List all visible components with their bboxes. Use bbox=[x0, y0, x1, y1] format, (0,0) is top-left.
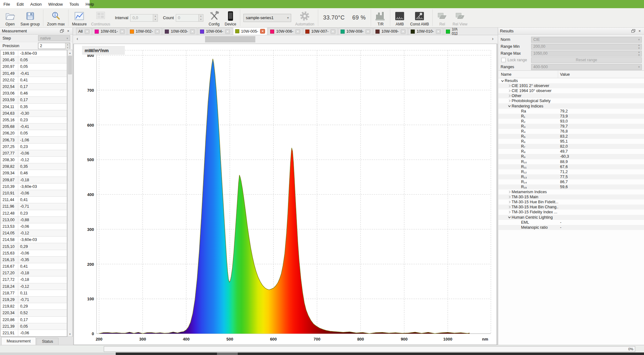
tab-10w-002[interactable]: 10W-002-× bbox=[128, 28, 162, 35]
tab-close-icon[interactable]: × bbox=[330, 29, 336, 34]
tree-row-r[interactable]: R₈49,7 bbox=[498, 149, 644, 154]
chevron-right-icon[interactable] bbox=[507, 94, 512, 97]
tab-10w-006[interactable]: 10W-006-× bbox=[268, 28, 303, 35]
chevron-down-icon[interactable] bbox=[500, 79, 505, 82]
scroll-right-icon[interactable]: › bbox=[490, 36, 495, 41]
tree-row-r[interactable]: R₃79,7 bbox=[498, 124, 644, 129]
measurement-row[interactable]: 201,49-0,41 bbox=[1, 70, 67, 77]
measurement-row[interactable]: 209,87-0,18 bbox=[1, 177, 67, 183]
tree-row-ra[interactable]: Ra79,2 bbox=[498, 109, 644, 114]
tree-row-metamerism-indices[interactable]: Metamerism Indices bbox=[498, 189, 644, 194]
measurement-row[interactable]: 216,670,41 bbox=[1, 263, 67, 270]
measurement-row[interactable]: 202,020,41 bbox=[1, 77, 67, 84]
zoom-max-button[interactable]: Zoom max bbox=[45, 8, 67, 27]
measurement-row[interactable]: 214,05-0,12 bbox=[1, 230, 67, 237]
spin-down-icon[interactable]: ▾ bbox=[199, 18, 203, 21]
name-column-header[interactable]: Name bbox=[498, 71, 558, 78]
measurement-row[interactable]: 203,060,46 bbox=[1, 90, 67, 97]
tab-10w-005[interactable]: 10W-005-× bbox=[233, 28, 268, 35]
measurement-row[interactable]: 214,58-3,60e-03 bbox=[1, 237, 67, 243]
measurement-row[interactable]: 218,24-0,12 bbox=[1, 283, 67, 290]
tab-10w-010[interactable]: 10W-010-× bbox=[408, 28, 443, 35]
chevron-down-icon[interactable] bbox=[507, 216, 512, 219]
measurement-row[interactable]: 211,440,41 bbox=[1, 197, 67, 203]
measurement-row[interactable]: 204,110,35 bbox=[1, 104, 67, 110]
tree-row-eml[interactable]: EML- bbox=[498, 220, 644, 225]
chevron-right-icon[interactable] bbox=[507, 99, 512, 102]
scroll-left-icon[interactable]: ‹ bbox=[75, 36, 80, 41]
spin-up-icon[interactable]: ▴ bbox=[65, 43, 70, 46]
tab-10w-009[interactable]: 10W-009-× bbox=[373, 28, 408, 35]
chevron-right-icon[interactable] bbox=[507, 89, 512, 92]
measurement-row[interactable]: 206,73-1,06 bbox=[1, 137, 67, 143]
tree-row-r[interactable]: R₄76,8 bbox=[498, 129, 644, 134]
measurement-row[interactable]: 208,30-0,12 bbox=[1, 157, 67, 163]
tab-close-icon[interactable]: × bbox=[295, 29, 300, 34]
measurement-row[interactable]: 202,540,17 bbox=[1, 84, 67, 90]
tab-close-icon[interactable]: × bbox=[260, 29, 265, 34]
measurement-row[interactable]: 205,160,23 bbox=[1, 117, 67, 123]
tab-status[interactable]: Status bbox=[36, 338, 58, 345]
measurement-row[interactable]: 210,39-3,60e-03 bbox=[1, 183, 67, 190]
close-panel-icon[interactable]: × bbox=[637, 29, 642, 33]
menu-action[interactable]: Action bbox=[30, 2, 42, 7]
measurement-row[interactable]: 203,590,17 bbox=[1, 97, 67, 103]
chevron-right-icon[interactable] bbox=[507, 210, 512, 214]
step-select[interactable]: native ▾ bbox=[38, 35, 70, 41]
tab-all[interactable]: All × bbox=[76, 28, 92, 35]
tree-row-tm-30-15-fidelity-index[interactable]: TM-30-15 Fidelity Index ... bbox=[498, 210, 644, 215]
measurement-row[interactable]: 200,970,05 bbox=[1, 63, 67, 70]
precision-spinner[interactable]: ▴ ▾ bbox=[65, 43, 70, 49]
spin-up-icon[interactable]: ▴ bbox=[199, 14, 203, 18]
measurement-row[interactable]: 217,20-0,18 bbox=[1, 270, 67, 276]
measurement-row[interactable]: 208,820,35 bbox=[1, 163, 67, 170]
series-combobox[interactable]: sample-series1 ▾ bbox=[243, 14, 291, 22]
measurement-row[interactable]: 207,77-0,06 bbox=[1, 150, 67, 157]
tree-row-melanopic-ratio[interactable]: Melanopic ratio- bbox=[498, 225, 644, 230]
spin-down-icon[interactable]: ▾ bbox=[65, 46, 70, 49]
measurement-row[interactable]: 213,00-0,88 bbox=[1, 217, 67, 223]
measurement-row[interactable]: 205,68-0,41 bbox=[1, 123, 67, 130]
scroll-thumb[interactable] bbox=[205, 36, 255, 42]
measurement-row[interactable]: 221,390,05 bbox=[1, 323, 67, 330]
amb-button[interactable]: AMB bbox=[391, 8, 408, 27]
scroll-down-icon[interactable]: ▼ bbox=[68, 331, 72, 336]
tree-row-r[interactable]: R₁73,9 bbox=[498, 114, 644, 119]
tree-row-results[interactable]: Results bbox=[498, 78, 644, 83]
tree-row-tm-30-15-hue-bin-fidelit[interactable]: TM-30-15 Hue Bin Fidelit... bbox=[498, 199, 644, 205]
tree-row-r[interactable]: R₁₁67,6 bbox=[498, 164, 644, 169]
measurement-row[interactable]: 220,860,17 bbox=[1, 317, 67, 323]
measurement-row[interactable]: 218,770,11 bbox=[1, 290, 67, 297]
tab-close-icon[interactable]: × bbox=[401, 29, 406, 34]
chevron-right-icon[interactable] bbox=[507, 195, 512, 199]
tree-row-cie-1931-2-observer[interactable]: CIE 1931 2° observer bbox=[498, 83, 644, 88]
range-min-input[interactable]: 200,00 ▴▾ bbox=[531, 44, 642, 50]
tab-close-icon[interactable]: × bbox=[436, 29, 441, 34]
norm-select[interactable]: CIE ▾ bbox=[531, 37, 642, 43]
measurement-row[interactable]: 213,53-0,06 bbox=[1, 223, 67, 230]
tree-row-photobiological-safety[interactable]: Photobiological Safety bbox=[498, 98, 644, 103]
continuous-button[interactable]: Continuous bbox=[89, 8, 113, 27]
tree-row-other[interactable]: Other bbox=[498, 93, 644, 98]
rel-button[interactable]: Rel bbox=[434, 8, 450, 27]
tab-close-icon[interactable]: × bbox=[365, 29, 370, 34]
automation-button[interactable]: Automation bbox=[293, 8, 317, 27]
tree-row-r[interactable]: R₉-60,3 bbox=[498, 154, 644, 159]
tree-row-cie-1964-10-observer[interactable]: CIE 1964 10° observer bbox=[498, 88, 644, 93]
tree-row-r[interactable]: R₁₀88,9 bbox=[498, 159, 644, 164]
measurement-row[interactable]: 212,480,23 bbox=[1, 210, 67, 217]
tab-close-icon[interactable]: × bbox=[225, 29, 230, 34]
measurement-row[interactable]: 215,63-0,06 bbox=[1, 250, 67, 257]
spin-down-icon[interactable]: ▾ bbox=[153, 18, 158, 21]
tree-row-r[interactable]: R₁₃77,5 bbox=[498, 174, 644, 179]
tr-button[interactable]: T/R bbox=[372, 8, 389, 27]
tree-row-tm-30-15-hue-bin-chang[interactable]: TM-30-15 Hue Bin Chang... bbox=[498, 205, 644, 210]
rel-view-button[interactable]: Rel View bbox=[450, 8, 469, 27]
measurement-row[interactable]: 219,29-0,71 bbox=[1, 297, 67, 303]
count-input[interactable]: 0 ▴ ▾ bbox=[176, 14, 203, 22]
tab-10w-007[interactable]: 10W-007-× bbox=[303, 28, 338, 35]
tree-row-tm-30-15-main[interactable]: TM-30-15 Main bbox=[498, 194, 644, 199]
tab-10w-001[interactable]: 10W-001-× bbox=[92, 28, 127, 35]
range-max-input[interactable]: 1050,00 ▴▾ bbox=[531, 51, 642, 57]
tab-10w-008[interactable]: 10W-008-× bbox=[338, 28, 373, 35]
